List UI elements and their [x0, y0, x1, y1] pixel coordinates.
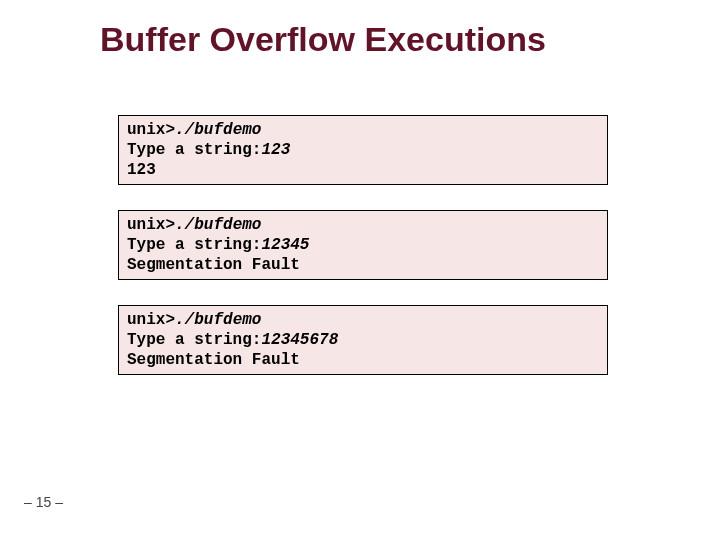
- code-line: Type a string:12345: [127, 235, 599, 255]
- code-line: unix>./bufdemo: [127, 215, 599, 235]
- command-text: ./bufdemo: [175, 121, 261, 139]
- input-text: 12345: [261, 236, 309, 254]
- input-text: 12345678: [261, 331, 338, 349]
- command-text: ./bufdemo: [175, 311, 261, 329]
- code-line: unix>./bufdemo: [127, 310, 599, 330]
- code-line: Type a string:12345678: [127, 330, 599, 350]
- page-number: – 15 –: [24, 494, 63, 510]
- code-line: Segmentation Fault: [127, 350, 599, 370]
- input-text: 123: [261, 141, 290, 159]
- prompt-text: unix>: [127, 216, 175, 234]
- code-line: Type a string:123: [127, 140, 599, 160]
- page-title: Buffer Overflow Executions: [100, 20, 680, 59]
- code-line: 123: [127, 160, 599, 180]
- code-box-2: unix>./bufdemo Type a string:12345 Segme…: [118, 210, 608, 280]
- command-text: ./bufdemo: [175, 216, 261, 234]
- label-text: Type a string:: [127, 236, 261, 254]
- code-box-3: unix>./bufdemo Type a string:12345678 Se…: [118, 305, 608, 375]
- code-box-1: unix>./bufdemo Type a string:123 123: [118, 115, 608, 185]
- code-line: Segmentation Fault: [127, 255, 599, 275]
- label-text: Type a string:: [127, 331, 261, 349]
- prompt-text: unix>: [127, 311, 175, 329]
- code-line: unix>./bufdemo: [127, 120, 599, 140]
- label-text: Type a string:: [127, 141, 261, 159]
- prompt-text: unix>: [127, 121, 175, 139]
